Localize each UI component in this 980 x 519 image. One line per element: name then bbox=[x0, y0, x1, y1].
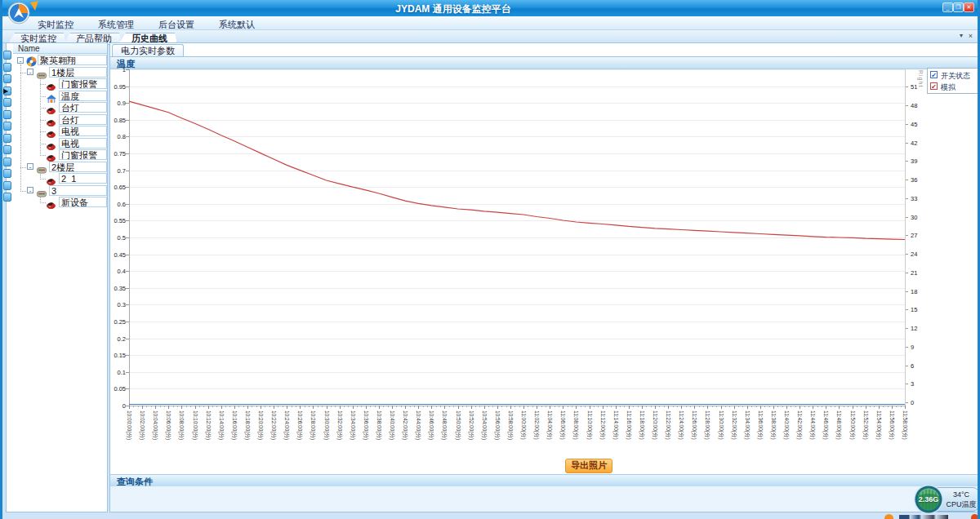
tree-item[interactable]: -3 bbox=[7, 185, 107, 197]
tree-item[interactable]: 台灯 bbox=[7, 102, 107, 113]
x-axis-minor-tick bbox=[844, 406, 844, 407]
tree-item[interactable]: 2_1 bbox=[7, 173, 107, 184]
x-axis-tick bbox=[681, 406, 682, 409]
tree-item[interactable]: -2楼层 bbox=[7, 162, 107, 173]
x-axis-minor-tick bbox=[795, 406, 796, 407]
tree-item-label[interactable]: 电视 bbox=[59, 126, 107, 136]
x-axis-minor-tick bbox=[686, 406, 687, 407]
x-axis-tick bbox=[471, 406, 472, 409]
tree-item-label[interactable]: 1楼层 bbox=[49, 67, 107, 78]
tree-expander-icon[interactable]: - bbox=[27, 187, 33, 193]
menu-item-系统默认[interactable]: 系统默认 bbox=[219, 19, 255, 31]
y-axis-label: 0.45 bbox=[105, 251, 126, 259]
x-axis-tick bbox=[786, 406, 787, 409]
tree-item-label[interactable]: 2楼层 bbox=[49, 162, 107, 172]
tree-expander-icon[interactable]: - bbox=[27, 163, 33, 170]
tree-item[interactable]: 门窗报警 bbox=[7, 78, 107, 90]
y-axis-label: 0.6 bbox=[105, 201, 126, 208]
x-axis-minor-tick bbox=[514, 406, 515, 407]
x-axis-label: 11:46:00(分) bbox=[822, 410, 829, 455]
x-axis-minor-tick bbox=[160, 406, 161, 407]
tree-item[interactable]: -聚英翱翔 bbox=[7, 55, 107, 66]
x-axis-label: 10:22:00(分) bbox=[270, 410, 277, 455]
dock-strip-slot[interactable] bbox=[3, 63, 11, 72]
tree-item[interactable]: 电视 bbox=[7, 126, 107, 137]
tree-item-label[interactable]: 台灯 bbox=[59, 114, 107, 125]
dock-strip-slot[interactable] bbox=[3, 145, 11, 154]
tree-item-label[interactable]: 温度 bbox=[59, 91, 107, 101]
x-axis-label: 10:38:00(分) bbox=[376, 410, 382, 455]
x-axis-minor-tick bbox=[296, 406, 296, 407]
x-axis-minor-tick bbox=[742, 406, 743, 407]
x-axis-label: 11:24:00(分) bbox=[678, 410, 684, 455]
x-axis-label: 11:34:00(分) bbox=[744, 410, 751, 455]
tree-item-label[interactable]: 新设备 bbox=[59, 197, 107, 207]
x-axis-label: 10:00:00(分) bbox=[126, 410, 132, 455]
tree-item[interactable]: 台灯 bbox=[7, 114, 107, 126]
dock-strip-slot[interactable] bbox=[3, 110, 11, 119]
x-axis-minor-tick bbox=[331, 406, 332, 407]
dock-strip-slot[interactable] bbox=[3, 193, 11, 202]
x-axis-minor-tick bbox=[611, 406, 612, 407]
cpu-temp-label: CPU温度 bbox=[943, 499, 979, 510]
tree-item-label[interactable]: 门窗报警 bbox=[59, 149, 107, 160]
menu-item-后台设置[interactable]: 后台设置 bbox=[158, 19, 194, 31]
dock-strip-slot[interactable] bbox=[3, 51, 11, 60]
x-axis-minor-tick bbox=[769, 406, 770, 407]
x-axis-tick bbox=[392, 406, 393, 409]
tree-item-label[interactable]: 门窗报警 bbox=[59, 78, 107, 89]
sidebar-collapse-arrow-icon[interactable]: ▶ bbox=[3, 87, 8, 95]
tab-power-params[interactable]: 电力实时参数 bbox=[112, 44, 184, 56]
x-axis-minor-tick bbox=[479, 406, 480, 407]
minimize-icon[interactable]: _ bbox=[942, 2, 953, 12]
x-axis-tick bbox=[353, 406, 354, 409]
x-axis-minor-tick bbox=[690, 406, 691, 407]
x-axis-minor-tick bbox=[344, 406, 345, 407]
x-axis-label: 10:26:00(分) bbox=[296, 410, 303, 455]
legend-checkbox[interactable]: ✔ bbox=[930, 82, 938, 90]
x-axis-minor-tick bbox=[216, 406, 217, 407]
restore-icon[interactable]: ❐ bbox=[953, 2, 964, 12]
x-axis-tick bbox=[234, 406, 235, 409]
x-axis-minor-tick bbox=[278, 406, 278, 407]
dock-strip-slot[interactable] bbox=[3, 98, 11, 107]
y-axis-label: 0.7 bbox=[105, 167, 126, 175]
dock-strip-slot[interactable] bbox=[3, 122, 11, 131]
x-axis-tick bbox=[747, 406, 748, 409]
tree-item-label[interactable]: 电视 bbox=[59, 138, 107, 149]
home-icon bbox=[47, 91, 57, 101]
x-axis-tick bbox=[208, 406, 209, 409]
export-photo-button[interactable]: 导出照片 bbox=[565, 459, 612, 473]
x-axis-label: 10:40:00(分) bbox=[389, 410, 395, 455]
legend-checkbox[interactable]: ✔ bbox=[930, 71, 938, 78]
legend-label: 模拟 bbox=[941, 82, 956, 93]
x-axis-minor-tick bbox=[252, 406, 252, 407]
close-icon[interactable]: ✕ bbox=[964, 2, 974, 12]
dock-strip-slot[interactable] bbox=[3, 181, 11, 190]
tree-expander-icon[interactable]: - bbox=[17, 57, 24, 64]
dock-strip-slot[interactable] bbox=[3, 74, 11, 83]
tab-close-icon[interactable]: × bbox=[969, 32, 973, 40]
dock-strip-slot[interactable] bbox=[3, 157, 11, 166]
x-axis-tick bbox=[405, 406, 406, 409]
tree-item[interactable]: 电视 bbox=[7, 138, 107, 149]
tree-item-label[interactable]: 2_1 bbox=[59, 173, 107, 184]
tree-item-label[interactable]: 3 bbox=[49, 185, 107, 196]
menu-item-系统管理[interactable]: 系统管理 bbox=[98, 19, 134, 31]
tree-item[interactable]: 门窗报警 bbox=[7, 149, 107, 161]
tree-item[interactable]: 新设备 bbox=[7, 197, 107, 208]
x-axis-minor-tick bbox=[831, 406, 831, 407]
dock-strip-slot[interactable] bbox=[3, 169, 11, 178]
x-axis-minor-tick bbox=[712, 406, 713, 407]
dock-strip-slot[interactable] bbox=[3, 134, 11, 143]
x-axis-minor-tick bbox=[581, 406, 581, 407]
x-axis-minor-tick bbox=[229, 406, 230, 407]
tree-item[interactable]: 温度 bbox=[7, 91, 107, 102]
tree-item-label[interactable]: 台灯 bbox=[59, 102, 107, 113]
tab-scroll-down-icon[interactable]: ▾ bbox=[960, 32, 963, 39]
x-axis-tick bbox=[655, 406, 656, 409]
tree-expander-icon[interactable]: - bbox=[27, 69, 33, 75]
menu-item-实时监控[interactable]: 实时监控 bbox=[38, 19, 74, 31]
tree-item-label[interactable]: 聚英翱翔 bbox=[38, 55, 107, 65]
tree-item[interactable]: -1楼层 bbox=[7, 67, 107, 78]
